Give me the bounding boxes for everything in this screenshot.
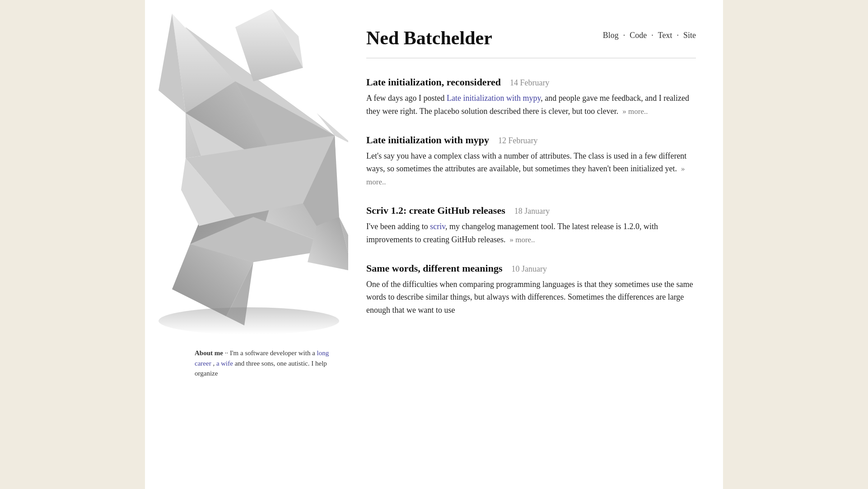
post-excerpt-2: Let's say you have a complex class with …: [366, 150, 696, 188]
post-date-3: 18 January: [514, 207, 550, 216]
post-date-2: 12 February: [498, 136, 537, 146]
about-section: About me ·· I'm a software developer wit…: [145, 339, 348, 388]
post-title-4: Same words, different meanings: [366, 263, 502, 274]
post-excerpt-1: A few days ago I posted Late initializat…: [366, 92, 696, 118]
post-date-4: 10 January: [511, 264, 546, 274]
nav-sep-1: ·: [623, 31, 625, 40]
post-1-link[interactable]: Late initialization with mypy: [447, 94, 541, 103]
nav-code[interactable]: Code: [630, 31, 647, 40]
site-header: Ned Batchelder Blog · Code · Text · Site: [366, 27, 696, 58]
post-header-2: Late initialization with mypy 12 Februar…: [366, 134, 696, 146]
post-title-2: Late initialization with mypy: [366, 134, 489, 146]
star-image: [145, 0, 348, 339]
star-svg: [145, 0, 348, 339]
post-excerpt-3: I've been adding to scriv, my changelog …: [366, 220, 696, 246]
blog-post-2: Late initialization with mypy 12 Februar…: [366, 134, 696, 188]
post-excerpt-4: One of the difficulties when comparing p…: [366, 278, 696, 317]
wife-link[interactable]: a wife: [216, 360, 233, 367]
read-more-1: » more..: [622, 107, 648, 116]
nav-sep-2: ·: [651, 31, 653, 40]
post-header-4: Same words, different meanings 10 Januar…: [366, 263, 696, 274]
blog-post-1: Late initialization, reconsidered 14 Feb…: [366, 76, 696, 118]
post-header-3: Scriv 1.2: create GitHub releases 18 Jan…: [366, 205, 696, 216]
left-column: About me ·· I'm a software developer wit…: [145, 0, 348, 489]
read-more-2: » more..: [366, 165, 685, 186]
svg-point-14: [159, 307, 339, 334]
nav-site[interactable]: Site: [683, 31, 696, 40]
blog-post-3: Scriv 1.2: create GitHub releases 18 Jan…: [366, 205, 696, 246]
blog-post-4: Same words, different meanings 10 Januar…: [366, 263, 696, 317]
post-date-1: 14 February: [510, 78, 549, 88]
post-header-1: Late initialization, reconsidered 14 Feb…: [366, 76, 696, 88]
about-text-1: ·· I'm a software developer with a: [225, 349, 317, 357]
nav-sep-3: ·: [677, 31, 679, 40]
site-title: Ned Batchelder: [366, 27, 492, 49]
blog-posts: Late initialization, reconsidered 14 Feb…: [366, 76, 696, 333]
scriv-link[interactable]: scriv: [430, 222, 445, 231]
about-label: About me: [195, 349, 223, 357]
site-nav: Blog · Code · Text · Site: [603, 27, 696, 40]
post-title-1: Late initialization, reconsidered: [366, 76, 501, 88]
read-more-3: » more..: [509, 235, 535, 244]
about-text-2: ,: [213, 360, 216, 367]
page-wrapper: About me ·· I'm a software developer wit…: [145, 0, 723, 489]
post-title-3: Scriv 1.2: create GitHub releases: [366, 205, 505, 216]
nav-blog[interactable]: Blog: [603, 31, 619, 40]
right-column: Ned Batchelder Blog · Code · Text · Site…: [348, 0, 723, 489]
nav-text[interactable]: Text: [658, 31, 672, 40]
